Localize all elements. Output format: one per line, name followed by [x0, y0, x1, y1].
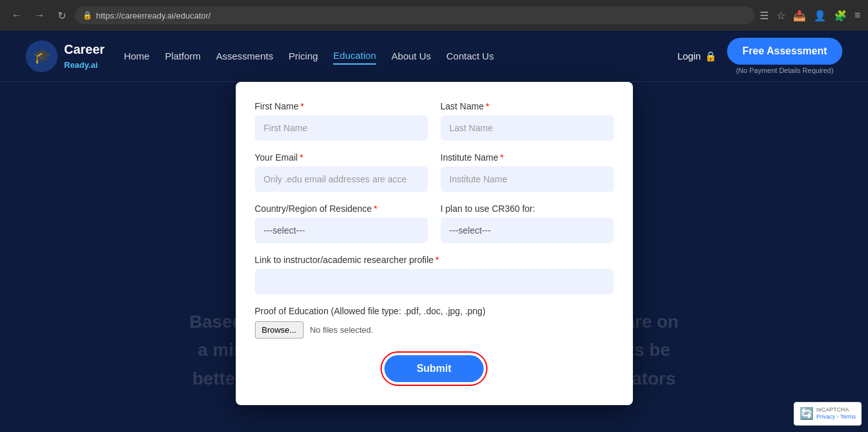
profile-link-input[interactable] [255, 269, 614, 294]
logo-text: Career Ready.ai [64, 42, 104, 70]
last-name-label: Last Name* [441, 101, 614, 111]
last-name-group: Last Name* [441, 101, 614, 141]
profile-link-group: Link to instructor/academic researcher p… [255, 255, 614, 294]
star-icon[interactable]: ☆ [776, 10, 785, 22]
forward-button[interactable]: → [31, 7, 49, 24]
institute-input[interactable] [441, 166, 614, 192]
nav-about-us[interactable]: About Us [391, 48, 431, 64]
nav-pricing[interactable]: Pricing [288, 48, 318, 64]
email-label: Your Email* [255, 152, 428, 163]
nav-right: Login 🔒 Free Assessment (No Payment Deta… [677, 38, 842, 74]
submit-button[interactable]: Submit [384, 355, 483, 382]
proof-section: Proof of Education (Allowed file type: .… [255, 306, 614, 339]
bookmark-list-icon[interactable]: ☰ [760, 10, 769, 22]
lock-icon: 🔒 [705, 51, 717, 62]
country-label: Country/Region of Residence* [255, 204, 428, 214]
last-name-input[interactable] [441, 115, 614, 141]
logo-ready: Ready.ai [64, 56, 104, 70]
profile-link-row: Link to instructor/academic researcher p… [255, 255, 614, 294]
first-name-input[interactable] [255, 115, 428, 141]
nav-education[interactable]: Education [333, 47, 376, 65]
email-input[interactable] [255, 166, 428, 192]
submit-button-wrapper: Submit [381, 351, 487, 386]
logo-career: Career [64, 42, 104, 56]
pocket-icon[interactable]: 📥 [793, 10, 806, 22]
cr360-label: I plan to use CR360 for: [441, 204, 614, 214]
reload-button[interactable]: ↻ [54, 7, 70, 24]
first-name-label: First Name* [255, 101, 428, 111]
country-cr360-row: Country/Region of Residence* ---select--… [255, 204, 614, 243]
nav-contact-us[interactable]: Contact Us [446, 48, 494, 64]
institute-group: Institute Name* [441, 152, 614, 192]
url-text: https://careerready.ai/educator/ [96, 11, 211, 20]
nav-assessments[interactable]: Assessments [216, 48, 273, 64]
recaptcha-badge: 🔄 reCAPTCHAPrivacy - Terms [794, 402, 862, 426]
email-group: Your Email* [255, 152, 428, 192]
address-bar[interactable]: 🔒 https://careerready.ai/educator/ [75, 6, 755, 24]
proof-label: Proof of Education (Allowed file type: .… [255, 306, 614, 316]
country-group: Country/Region of Residence* ---select--… [255, 204, 428, 243]
navbar: 🎓 Career Ready.ai Home Platform Assessme… [0, 31, 868, 82]
free-assessment-button[interactable]: Free Assessment [727, 38, 842, 65]
nav-home[interactable]: Home [124, 48, 149, 64]
page-content: 🎓 Career Ready.ai Home Platform Assessme… [0, 31, 868, 432]
cr360-group: I plan to use CR360 for: ---select--- [441, 204, 614, 243]
country-select[interactable]: ---select--- [255, 218, 428, 243]
first-name-group: First Name* [255, 101, 428, 141]
no-files-text: No files selected. [310, 325, 373, 335]
profile-link-label: Link to instructor/academic researcher p… [255, 255, 614, 265]
recaptcha-logo: 🔄 [799, 406, 814, 420]
extensions-icon[interactable]: 🧩 [834, 10, 847, 22]
browser-icons: ☰ ☆ 📥 👤 🧩 ≡ [760, 10, 860, 22]
institute-label: Institute Name* [441, 152, 614, 163]
submit-area: Submit [255, 351, 614, 386]
proof-file-row: Browse... No files selected. [255, 321, 614, 339]
nav-links: Home Platform Assessments Pricing Educat… [124, 47, 677, 65]
free-assessment-area: Free Assessment (No Payment Details Requ… [727, 38, 842, 74]
back-button[interactable]: ← [8, 7, 26, 24]
email-institute-row: Your Email* Institute Name* [255, 152, 614, 192]
browser-chrome: ← → ↻ 🔒 https://careerready.ai/educator/… [0, 0, 868, 31]
menu-icon[interactable]: ≡ [855, 10, 860, 22]
cr360-select[interactable]: ---select--- [441, 218, 614, 243]
logo-icon: 🎓 [26, 40, 58, 72]
login-button[interactable]: Login 🔒 [677, 51, 717, 62]
browse-button[interactable]: Browse... [255, 321, 304, 339]
form-modal: First Name* Last Name* Your Email* [236, 82, 633, 405]
recaptcha-text: reCAPTCHAPrivacy - Terms [816, 406, 856, 421]
account-icon[interactable]: 👤 [814, 10, 826, 22]
no-payment-text: (No Payment Details Required) [736, 67, 833, 74]
nav-platform[interactable]: Platform [165, 48, 201, 64]
name-row: First Name* Last Name* [255, 101, 614, 141]
logo[interactable]: 🎓 Career Ready.ai [26, 40, 104, 72]
